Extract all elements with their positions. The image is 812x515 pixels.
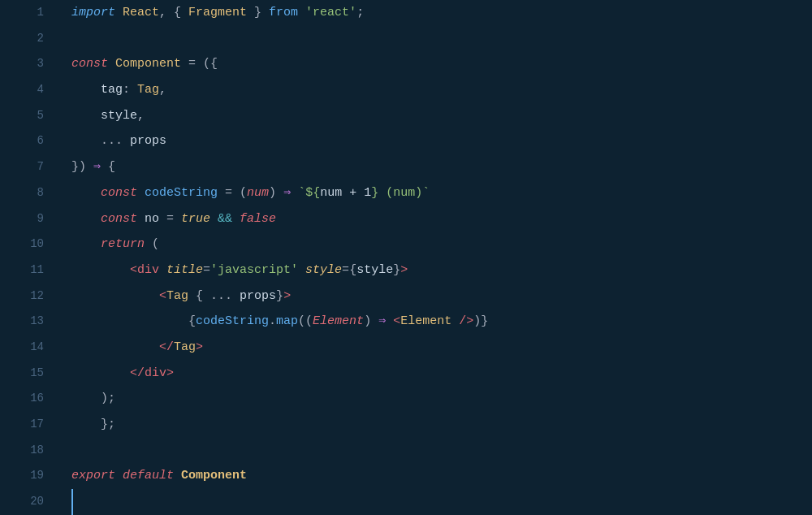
token-style-attr: style bbox=[305, 258, 342, 283]
line-num-6: 6 bbox=[15, 128, 44, 154]
cursor bbox=[71, 489, 82, 515]
token-brace13: { bbox=[188, 309, 196, 335]
line-num-3: 3 bbox=[15, 51, 44, 77]
token-codestring13: codeString bbox=[196, 309, 269, 335]
line-num-18: 18 bbox=[15, 438, 44, 464]
token-numexpr: num + 1 bbox=[320, 180, 371, 206]
token-close-curly17: }; bbox=[101, 412, 115, 438]
code-line-9: const no = true && false bbox=[71, 206, 812, 232]
token-elem-open13: < bbox=[393, 309, 400, 335]
token-props12: props bbox=[240, 283, 276, 309]
token-paren8b: ) bbox=[269, 180, 283, 206]
code-line-16: ); bbox=[71, 386, 812, 412]
token-brace11b: } bbox=[393, 258, 400, 283]
token-indent16 bbox=[71, 386, 101, 412]
code-line-2 bbox=[71, 26, 812, 52]
token-paren-open3: ({ bbox=[203, 51, 218, 77]
token-brace12: { bbox=[196, 283, 210, 309]
code-line-6: ... props bbox=[71, 128, 812, 154]
line-numbers: 1 2 3 4 5 6 7 8 9 10 11 12 13 14 15 16 1… bbox=[0, 0, 58, 515]
token-false9: false bbox=[240, 206, 276, 232]
token-indent4 bbox=[71, 77, 101, 103]
token-brace-open: { bbox=[174, 0, 188, 26]
token-react-str: 'react' bbox=[305, 0, 356, 26]
token-const9: const bbox=[101, 206, 145, 232]
token-paren16: ); bbox=[101, 386, 115, 412]
token-style5: style bbox=[101, 103, 137, 129]
token-elem-close13: /> bbox=[459, 309, 473, 335]
token-colon4: : bbox=[123, 77, 137, 103]
token-map13: map bbox=[276, 309, 298, 335]
token-indent12 bbox=[71, 283, 159, 309]
token-export19: export bbox=[71, 463, 123, 489]
code-line-10: return ( bbox=[71, 232, 812, 258]
token-eq9: = bbox=[166, 206, 181, 232]
line-num-8: 8 bbox=[15, 180, 44, 206]
token-template8: `${ bbox=[298, 180, 320, 206]
token-from: from bbox=[269, 0, 305, 26]
token-fragment: Fragment bbox=[188, 0, 247, 26]
code-content[interactable]: import React , { Fragment } from 'react'… bbox=[58, 0, 812, 515]
token-component: Component bbox=[115, 51, 188, 77]
token-tag-open12: < bbox=[159, 283, 166, 309]
token-arrow7: ⇒ bbox=[93, 154, 108, 180]
token-semi1: ; bbox=[356, 0, 364, 26]
token-tag-close14: </ bbox=[159, 335, 174, 361]
code-line-11: <div title = 'javascript' style = { styl… bbox=[71, 258, 812, 283]
token-indent13 bbox=[71, 309, 188, 335]
token-element-tag13: Element bbox=[400, 309, 459, 335]
token-indent8 bbox=[71, 180, 101, 206]
token-import: import bbox=[71, 0, 123, 26]
token-true9: true bbox=[181, 206, 218, 232]
line-num-16: 16 bbox=[15, 386, 44, 412]
token-div-open11: <div bbox=[130, 258, 166, 283]
code-line-8: const codeString = ( num ) ⇒ `${ num + 1… bbox=[71, 180, 812, 206]
line-num-13: 13 bbox=[15, 309, 44, 335]
token-open-curly7: { bbox=[108, 154, 115, 180]
line-num-11: 11 bbox=[15, 258, 44, 283]
code-line-3: const Component = ({ bbox=[71, 51, 812, 77]
token-tag14: Tag bbox=[174, 335, 196, 361]
token-return10: return bbox=[101, 232, 152, 258]
line-num-10: 10 bbox=[15, 232, 44, 258]
code-line-1: import React , { Fragment } from 'react'… bbox=[71, 0, 812, 26]
token-component19: Component bbox=[181, 463, 247, 489]
token-and9: && bbox=[218, 206, 240, 232]
token-tag-gt14: > bbox=[196, 335, 203, 361]
line-num-19: 19 bbox=[15, 463, 44, 489]
token-paren10: ( bbox=[152, 232, 159, 258]
line-num-20: 20 bbox=[15, 489, 44, 515]
token-template8b: } (num)` bbox=[371, 180, 430, 206]
token-indent9 bbox=[71, 206, 101, 232]
token-tag-close12: > bbox=[283, 283, 291, 309]
token-comma4: , bbox=[159, 77, 166, 103]
line-num-7: 7 bbox=[15, 154, 44, 180]
token-paren13c: ) bbox=[473, 309, 481, 335]
line-num-1: 1 bbox=[15, 0, 44, 26]
token-tag-key: tag bbox=[101, 77, 123, 103]
token-close-brace7: }) bbox=[71, 154, 93, 180]
token-comma1: , bbox=[159, 0, 174, 26]
token-paren8: ( bbox=[240, 180, 247, 206]
code-line-15: </div> bbox=[71, 361, 812, 387]
line-num-9: 9 bbox=[15, 206, 44, 232]
token-style11: style bbox=[356, 258, 393, 283]
token-indent15 bbox=[71, 361, 130, 387]
token-paren13b: ) bbox=[364, 309, 378, 335]
token-div-close15: </div> bbox=[130, 361, 174, 387]
token-tag12: Tag bbox=[166, 283, 196, 309]
token-brace-close: } bbox=[247, 0, 269, 26]
code-editor: 1 2 3 4 5 6 7 8 9 10 11 12 13 14 15 16 1… bbox=[0, 0, 812, 515]
token-indent10 bbox=[71, 232, 101, 258]
token-div-close11: > bbox=[400, 258, 408, 283]
token-title-attr: title bbox=[166, 258, 203, 283]
token-eq11: = bbox=[203, 258, 210, 283]
token-arrow8: ⇒ bbox=[283, 180, 298, 206]
line-num-14: 14 bbox=[15, 335, 44, 361]
token-const3: const bbox=[71, 51, 115, 77]
code-line-20 bbox=[71, 489, 812, 515]
token-no9: no bbox=[145, 206, 166, 232]
token-codestring: codeString bbox=[145, 180, 225, 206]
token-indent11 bbox=[71, 258, 130, 283]
token-indent14 bbox=[71, 335, 159, 361]
